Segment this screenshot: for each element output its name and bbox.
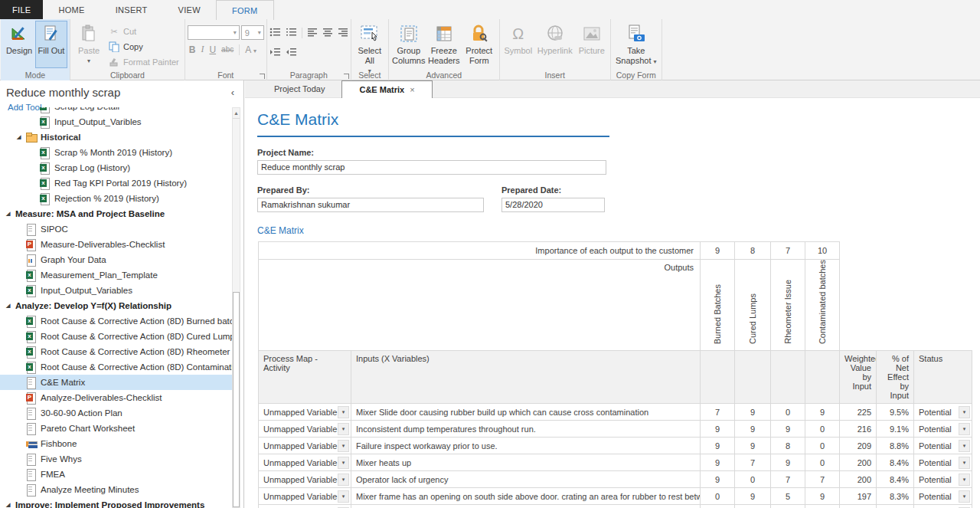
project-name-input[interactable]: Reduce monthly scrap (257, 160, 606, 175)
prepared-date-input[interactable]: 5/28/2020 (501, 198, 605, 212)
expander-icon[interactable]: ◢ (6, 211, 15, 217)
tree-item[interactable]: ◢ Scrap Log Detail (0, 107, 233, 114)
score-cell[interactable]: 9 (771, 454, 805, 471)
take-snapshot-button[interactable]: Take Snapshot ▾ (613, 21, 659, 68)
importance-cell[interactable]: 7 (771, 242, 805, 260)
output-column-header[interactable]: Cured Lumps (735, 260, 771, 351)
dropdown-arrow-icon[interactable]: ▾ (959, 440, 970, 452)
dropdown-arrow-icon[interactable]: ▾ (338, 406, 349, 418)
status-dropdown[interactable]: Potential▾ (914, 505, 972, 508)
activity-dropdown[interactable]: Unmapped Variable▾ (259, 505, 351, 508)
select-all-button[interactable]: Select All ▾ (354, 21, 386, 77)
tree-item[interactable]: ◢ Input_Output_Variables (0, 283, 233, 298)
score-cell[interactable]: 0 (805, 421, 840, 438)
score-cell[interactable]: 9 (805, 404, 840, 421)
fill-out-button[interactable]: Fill Out (35, 21, 67, 68)
dropdown-arrow-icon[interactable]: ▾ (338, 440, 349, 452)
score-cell[interactable]: 7 (701, 505, 735, 508)
score-cell[interactable]: 9 (771, 421, 805, 438)
strikethrough-button[interactable]: abc (221, 45, 234, 54)
tree-item[interactable]: ◢ Fishbone (0, 436, 233, 451)
score-cell[interactable]: 0 (805, 438, 840, 454)
tree-item[interactable]: ◢ Analyze: Develop Y=f(X) Relationship (0, 298, 233, 313)
score-cell[interactable]: 9 (701, 454, 735, 471)
score-cell[interactable]: 9 (735, 421, 771, 438)
align-right-icon[interactable] (338, 26, 348, 40)
dropdown-arrow-icon[interactable]: ▾ (959, 457, 970, 469)
bullet-list-icon[interactable] (270, 26, 281, 40)
input-variable-cell[interactable]: Mixer heats up (351, 454, 701, 471)
symbol-button[interactable]: Ω Symbol (502, 21, 534, 68)
align-center-icon[interactable] (322, 26, 333, 40)
score-cell[interactable]: 0 (805, 505, 840, 508)
score-cell[interactable]: 0 (771, 404, 805, 421)
paste-dropdown-arrow[interactable]: ▾ (87, 56, 90, 66)
score-cell[interactable]: 9 (735, 438, 771, 454)
tree-item[interactable]: ◢ Measurement_Plan_Template (0, 267, 233, 283)
italic-button[interactable]: I (201, 44, 204, 55)
score-cell[interactable]: 9 (735, 404, 771, 421)
increase-indent-icon[interactable] (270, 46, 281, 60)
bold-button[interactable]: B (189, 44, 196, 55)
design-button[interactable]: Design (3, 21, 35, 68)
input-variable-cell[interactable]: Mixer frame has an opening on south side… (351, 488, 701, 505)
activity-dropdown[interactable]: Unmapped Variable▾ (259, 471, 351, 487)
expander-icon[interactable]: ◢ (17, 134, 26, 140)
format-painter-button[interactable]: Format Painter (105, 54, 182, 70)
sidebar-collapse-icon[interactable]: ‹ (228, 87, 237, 98)
score-cell[interactable]: 9 (701, 471, 735, 488)
sidebar-scrollbar[interactable]: ▲ (232, 107, 240, 508)
tab-file[interactable]: FILE (0, 0, 43, 19)
tree-item[interactable]: ◢ Root Cause & Corrective Action (8D) Rh… (0, 344, 233, 359)
tree-item[interactable]: ◢ Scrap Log (History) (0, 160, 233, 175)
output-column-header[interactable]: Burned Batches (701, 260, 735, 351)
tree-item[interactable]: ◢ Measure: MSA and Project Baseline (0, 206, 233, 221)
importance-cell[interactable]: 9 (701, 242, 735, 260)
prepared-by-input[interactable]: Ramakrishnan sukumar (257, 198, 484, 212)
align-left-icon[interactable] (307, 26, 318, 40)
output-column-header[interactable]: Rheometer Issue (771, 260, 805, 351)
dropdown-arrow-icon[interactable]: ▾ (959, 490, 970, 503)
tab-insert[interactable]: INSERT (100, 0, 163, 19)
dropdown-arrow-icon[interactable]: ▾ (959, 474, 970, 486)
tree-item[interactable]: ◢ Scrap % Month 2019 (History) (0, 145, 233, 160)
tab-ce-matrix[interactable]: C&E Matrix × (341, 80, 432, 98)
status-dropdown[interactable]: Potential▾ (914, 471, 972, 487)
importance-cell[interactable]: 8 (735, 242, 771, 260)
dropdown-arrow-icon[interactable]: ▾ (338, 490, 349, 503)
score-cell[interactable]: 9 (771, 505, 805, 508)
dropdown-arrow-icon[interactable]: ▾ (338, 474, 349, 486)
score-cell[interactable]: 0 (701, 488, 735, 505)
input-variable-cell[interactable]: Mixer Slide door causing rubber build up… (351, 404, 701, 421)
importance-cell[interactable]: 10 (805, 242, 840, 260)
input-variable-cell[interactable]: Operator lack of urgency (351, 471, 701, 488)
tree-item[interactable]: ◢ Improve: Implement Proposed Improvemen… (0, 497, 233, 508)
tree-item[interactable]: ◢ Red Tag KPI Portal 2019 (History) (0, 175, 233, 191)
activity-dropdown[interactable]: Unmapped Variable▾ (259, 421, 351, 437)
font-family-combo[interactable]: ▾ (188, 25, 240, 40)
tree-item[interactable]: ◢ Measure-Deliverables-Checklist (0, 237, 233, 252)
tree-item[interactable]: ◢ FMEA (0, 467, 233, 482)
decrease-indent-icon[interactable] (286, 46, 297, 60)
tree-item[interactable]: ◢ Rejection % 2019 (History) (0, 191, 233, 206)
score-cell[interactable]: 7 (771, 471, 805, 488)
dropdown-arrow-icon[interactable]: ▾ (338, 457, 349, 469)
tree-item[interactable]: ◢ C&E Matrix (0, 375, 233, 390)
status-dropdown[interactable]: Potential▾ (914, 438, 972, 454)
score-cell[interactable]: 7 (701, 404, 735, 421)
status-dropdown[interactable]: Potential▾ (914, 488, 972, 504)
tree-item[interactable]: ◢ Graph Your Data (0, 252, 233, 267)
score-cell[interactable]: 0 (735, 471, 771, 488)
tree-item[interactable]: ◢ Five Whys (0, 451, 233, 467)
scrollbar-up-icon[interactable]: ▲ (233, 108, 240, 119)
dropdown-arrow-icon[interactable]: ▾ (959, 423, 970, 435)
status-dropdown[interactable]: Potential▾ (914, 454, 972, 470)
font-color-button[interactable]: A ▾ (245, 44, 256, 55)
score-cell[interactable]: 9 (805, 488, 840, 505)
tree-item[interactable]: ◢ Pareto Chart Worksheet (0, 421, 233, 436)
picture-button[interactable]: Picture (576, 21, 608, 68)
score-cell[interactable]: 9 (701, 421, 735, 438)
output-column-header[interactable]: Contaminated batches (805, 260, 840, 351)
freeze-headers-button[interactable]: Freeze Headers (426, 21, 462, 68)
score-cell[interactable]: 7 (805, 471, 840, 488)
